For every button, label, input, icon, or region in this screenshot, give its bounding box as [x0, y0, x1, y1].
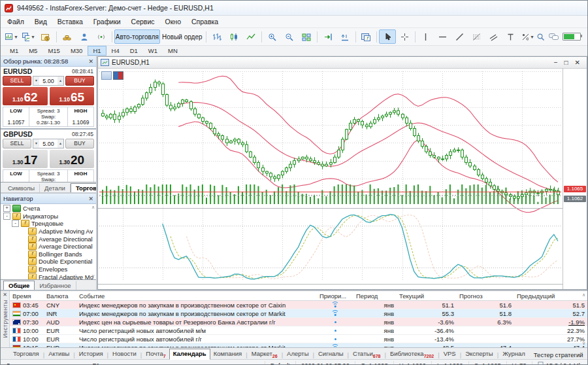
calendar-row[interactable]: 07:30AUDИндекс цен на сырьевые товары от… [10, 318, 587, 326]
menu-item-6[interactable]: Справка [186, 17, 223, 26]
scroll-up-icon[interactable]: ∧ [91, 205, 95, 210]
tree-item-7[interactable]: fDouble Exponential [1, 258, 96, 266]
bottom-tab-активы[interactable]: Активы [45, 349, 73, 359]
calendar-column-2[interactable]: Событие [76, 291, 317, 301]
menu-item-0[interactable]: Файл [2, 17, 29, 26]
volume-decrement-icon[interactable]: ▾ [33, 77, 39, 85]
calendar-row[interactable]: 10:00EURЧисло регистраций новых автомоби… [10, 326, 587, 335]
calendar-row[interactable]: 03:45CNYИндекс менеджеров по закупкам в … [10, 301, 587, 309]
chat-icon[interactable] [549, 33, 559, 41]
bottom-tab-торговля[interactable]: Торговля [10, 349, 42, 359]
channel-tool-button[interactable] [485, 29, 502, 44]
profiles-button[interactable]: ▼ [20, 29, 37, 44]
tree-item-3[interactable]: fAdaptive Moving Av [1, 228, 96, 235]
timeframe-m30[interactable]: M30 [65, 46, 88, 56]
minimize-icon[interactable]: − [554, 59, 558, 66]
tree-item-0[interactable]: +Счета [1, 205, 96, 213]
scroll-up-icon[interactable]: ∧ [582, 292, 585, 298]
chevron-down-icon[interactable]: ▼ [530, 35, 534, 39]
chart-window-title-bar[interactable]: EURUSD,H1 − □ ✕ [98, 57, 587, 69]
close-icon[interactable]: ✕ [88, 58, 93, 65]
calendar-column-7[interactable]: Предыдущий [514, 291, 587, 301]
market-watch-tab-0[interactable]: Символы [3, 184, 40, 192]
buy-button[interactable]: BUY [65, 76, 94, 86]
scroll-down-icon[interactable]: ∨ [582, 341, 585, 346]
chart-body[interactable]: 1.1065 1.1062 [98, 69, 587, 289]
open-account-button[interactable] [76, 29, 93, 44]
navigator-tab-0[interactable]: Общие [3, 281, 35, 290]
vertical-line-tool-button[interactable] [417, 29, 434, 44]
price-chart-canvas[interactable] [98, 69, 563, 289]
crosshair-tool-button[interactable] [396, 29, 413, 44]
zoom-out-button[interactable] [281, 29, 298, 44]
new-chart-button[interactable]: ▼ [3, 29, 20, 44]
volume-increment-icon[interactable]: ▴ [57, 139, 63, 148]
bottom-tab-почта[interactable]: Почта7 [142, 349, 169, 359]
close-icon[interactable]: ✕ [3, 292, 7, 298]
bid-price-box[interactable]: 1.1062 [3, 87, 48, 105]
deposit-button[interactable] [59, 29, 76, 44]
bottom-tab-сигналы[interactable]: Сигналы [315, 349, 347, 359]
calendar-column-6[interactable]: Прогноз [457, 291, 514, 301]
one-click-trade-icon[interactable] [113, 71, 123, 80]
ask-price-box[interactable]: 1.1065 [50, 87, 95, 105]
tree-item-5[interactable]: fAverage Directional [1, 243, 96, 251]
status-profile[interactable]: Default [265, 361, 296, 365]
one-click-trading-widget[interactable] [101, 71, 123, 80]
menu-item-1[interactable]: Вид [29, 17, 52, 26]
bottom-tab-библиотека[interactable]: Библиотека7202 [387, 349, 437, 359]
timeframe-h4[interactable]: H4 [106, 46, 125, 56]
maximize-icon[interactable]: □ [564, 59, 568, 66]
chevron-down-icon[interactable]: ▼ [31, 35, 35, 39]
bottom-tab-компания[interactable]: Компания [210, 349, 245, 359]
market-watch-tab-1[interactable]: Детали [40, 184, 71, 192]
market-watch-button[interactable]: $ [37, 29, 54, 44]
price-scale[interactable]: 1.1065 1.1062 [563, 69, 587, 289]
new-order-button[interactable]: Новый ордер [160, 29, 204, 44]
sell-button[interactable]: SELL [3, 76, 31, 86]
collapse-icon[interactable]: - [3, 213, 10, 220]
arrows-tool-button[interactable]: ▼ [519, 29, 536, 44]
bottom-tab-алерты[interactable]: Алерты [284, 349, 312, 359]
timeframe-m1[interactable]: M1 [5, 46, 24, 56]
bottom-tab-маркет[interactable]: Маркет26 [248, 349, 281, 359]
collapse-icon[interactable]: - [12, 220, 19, 227]
zoom-in-button[interactable] [264, 29, 281, 44]
calendar-column-4[interactable]: Период [353, 291, 397, 301]
volume-increment-icon[interactable]: ▴ [57, 77, 63, 85]
cursor-tool-button[interactable] [379, 29, 396, 44]
indicators-list-button[interactable]: f [357, 29, 374, 44]
bottom-tab-статьи[interactable]: Статьи678 [350, 349, 384, 359]
search-icon[interactable] [536, 33, 545, 41]
bid-price-box[interactable]: 1.3017 [3, 150, 48, 168]
horizontal-line-tool-button[interactable] [434, 29, 451, 44]
buy-button[interactable]: BUY [65, 139, 94, 148]
bottom-tab-эксперты[interactable]: Эксперты [462, 349, 497, 359]
timeframe-m15[interactable]: M15 [42, 46, 65, 56]
bottom-tab-новости[interactable]: Новости [109, 349, 140, 359]
one-click-collapse-icon[interactable] [101, 71, 112, 80]
calendar-column-1[interactable]: Валюта [44, 291, 76, 301]
auto-trading-button[interactable]: Авто-торговля [114, 29, 161, 44]
bottom-tab-журнал[interactable]: Журнал [499, 349, 529, 359]
close-icon[interactable]: ✕ [88, 196, 93, 202]
menu-item-5[interactable]: Окно [160, 17, 186, 26]
symbol-header[interactable]: GBPUSD08:27:45 [1, 130, 96, 138]
calendar-column-3[interactable]: Приори... [317, 291, 353, 301]
signal-broadcast-button[interactable] [93, 29, 110, 44]
menu-item-2[interactable]: Вставка [52, 17, 88, 26]
navigator-tab-1[interactable]: Избранное [35, 281, 76, 290]
bottom-tab-календарь[interactable]: Календарь [169, 349, 210, 360]
chart-shift-button[interactable] [336, 29, 353, 44]
tree-item-1[interactable]: -fИндикаторы [1, 213, 96, 220]
symbol-header[interactable]: EURUSD08:28:41 [1, 67, 96, 75]
scroll-down-icon[interactable]: ∨ [91, 273, 95, 279]
tree-item-4[interactable]: fAverage Directional [1, 235, 96, 243]
market-watch-header[interactable]: Обзор рынка: 08:28:58 ✕ [1, 56, 96, 67]
timeframe-m5[interactable]: M5 [24, 46, 42, 56]
bar-chart-mode-button[interactable] [208, 29, 225, 44]
tree-item-8[interactable]: fEnvelopes [1, 266, 96, 273]
calendar-row[interactable]: 07:00INRИндекс менеджеров по закупкам в … [10, 309, 587, 318]
strategy-tester-label[interactable]: Тестер стратегий [529, 351, 588, 359]
ask-price-box[interactable]: 1.3020 [50, 150, 95, 168]
